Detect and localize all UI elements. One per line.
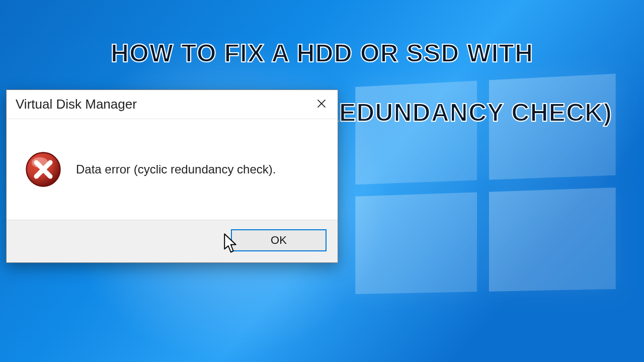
error-icon (25, 151, 62, 188)
close-button[interactable] (305, 90, 338, 119)
error-dialog: Virtual Disk Manager (6, 89, 338, 263)
headline-line1: HOW TO FIX A HDD OR SSD WITH (111, 39, 533, 67)
dialog-titlebar: Virtual Disk Manager (7, 90, 338, 119)
dialog-footer: OK (7, 220, 338, 262)
ok-button[interactable]: OK (231, 229, 327, 251)
dialog-body: Data error (cyclic redundancy check). (7, 119, 338, 220)
close-icon (316, 97, 327, 112)
dialog-title: Virtual Disk Manager (16, 97, 137, 112)
dialog-message: Data error (cyclic redundancy check). (76, 162, 276, 176)
